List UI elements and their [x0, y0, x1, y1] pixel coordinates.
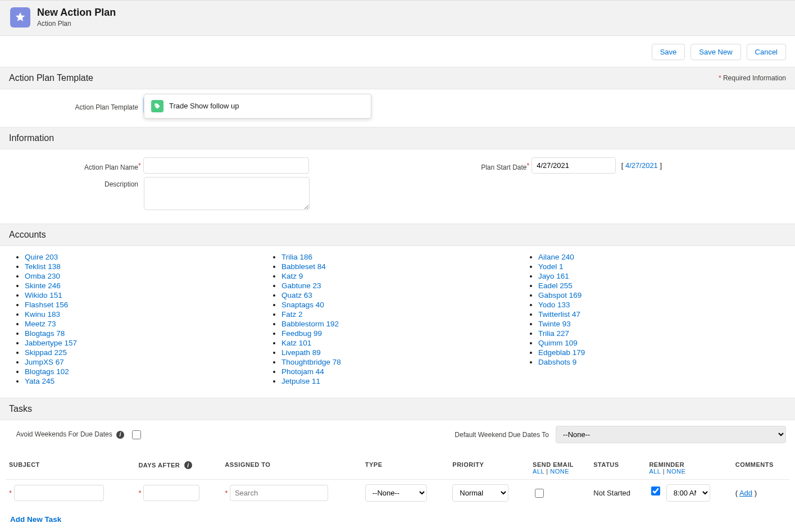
account-link[interactable]: Ailane 240 [538, 253, 574, 261]
save-new-button[interactable]: Save New [690, 44, 741, 60]
list-item: Skippad 225 [25, 348, 269, 357]
account-link[interactable]: Snaptags 40 [281, 301, 324, 309]
account-link[interactable]: Photojam 44 [281, 367, 324, 376]
account-link[interactable]: Blogtags 78 [25, 329, 65, 338]
task-send-email-checkbox[interactable] [535, 489, 544, 498]
list-item: Blogtags 78 [25, 329, 269, 338]
accounts-list: Quire 203Teklist 138Omba 230Skinte 246Wi… [0, 246, 795, 398]
required-mark: * [138, 162, 141, 170]
avoid-weekends-checkbox[interactable] [132, 430, 141, 439]
name-label: Action Plan Name [9, 160, 144, 171]
account-link[interactable]: Livepath 89 [281, 348, 321, 357]
list-item: Quire 203 [25, 253, 269, 261]
send-email-none[interactable]: NONE [550, 468, 569, 475]
list-item: Trilia 227 [538, 329, 783, 338]
account-link[interactable]: Yata 245 [25, 377, 54, 385]
task-assigned-to-input[interactable] [230, 485, 328, 501]
list-item: Babbleset 84 [281, 262, 526, 271]
account-link[interactable]: Eadel 255 [538, 281, 573, 290]
account-link[interactable]: Jayo 161 [538, 272, 569, 280]
task-type-select[interactable]: --None-- [365, 484, 427, 502]
account-link[interactable]: Gabtune 23 [281, 281, 321, 290]
account-link[interactable]: Fatz 2 [281, 310, 303, 319]
default-weekend-select[interactable]: --None-- [556, 426, 786, 443]
account-link[interactable]: Twinte 93 [538, 320, 571, 328]
account-link[interactable]: Trilia 186 [281, 253, 312, 261]
required-mark: * [527, 162, 530, 170]
reminder-all[interactable]: ALL [649, 468, 661, 475]
template-label: Action Plan Template [9, 100, 144, 111]
list-item: Jabbertype 157 [25, 339, 269, 347]
account-link[interactable]: Thoughtbridge 78 [281, 358, 341, 366]
task-priority-select[interactable]: Normal [452, 484, 508, 502]
account-link[interactable]: Edgeblab 179 [538, 348, 585, 357]
list-item: Blogtags 102 [25, 367, 269, 376]
account-link[interactable]: Feedbug 99 [281, 329, 322, 338]
task-reminder-time-select[interactable]: 8:00 AM [666, 484, 710, 502]
tasks-settings: Avoid Weekends For Due Dates i Default W… [0, 420, 795, 447]
account-link[interactable]: Quimm 109 [538, 339, 578, 347]
section-accounts: Accounts [0, 224, 795, 246]
account-link[interactable]: Babblestorm 192 [281, 320, 339, 328]
account-link[interactable]: Quire 203 [25, 253, 58, 261]
list-item: Photojam 44 [281, 367, 526, 376]
account-link[interactable]: Trilia 227 [538, 329, 569, 338]
info-icon[interactable]: i [116, 431, 124, 439]
list-item: Feedbug 99 [281, 329, 526, 338]
list-item: Omba 230 [25, 272, 269, 280]
today-date-hint: [ 4/27/2021 ] [619, 161, 662, 170]
list-item: Livepath 89 [281, 348, 526, 357]
task-subject-input[interactable] [14, 485, 104, 501]
page-subtitle: Action Plan [37, 20, 116, 28]
today-date-link[interactable]: 4/27/2021 [625, 161, 658, 170]
template-suggestion-item[interactable]: Trade Show follow up [144, 97, 371, 116]
account-link[interactable]: Flashset 156 [25, 301, 68, 309]
task-reminder-checkbox[interactable] [651, 486, 660, 495]
task-comments-add-link[interactable]: Add [739, 489, 752, 497]
info-icon[interactable]: i [184, 461, 192, 469]
account-link[interactable]: Gabspot 169 [538, 291, 582, 299]
list-item: Katz 101 [281, 339, 526, 347]
template-suggestion-icon [151, 100, 163, 112]
account-link[interactable]: Twitterlist 47 [538, 310, 580, 319]
action-plan-icon [10, 7, 30, 28]
add-new-task-link[interactable]: Add New Task [0, 506, 795, 532]
action-buttons: Save Save New Cancel [0, 36, 795, 60]
account-link[interactable]: Omba 230 [25, 272, 60, 280]
reminder-none[interactable]: NONE [667, 468, 686, 475]
description-textarea[interactable] [144, 177, 310, 210]
account-link[interactable]: Katz 101 [281, 339, 311, 347]
action-plan-name-input[interactable] [143, 157, 309, 174]
account-link[interactable]: Yodel 1 [538, 262, 564, 271]
template-form: Action Plan Template Trade Show follow u… [0, 89, 795, 127]
send-email-all[interactable]: ALL [533, 468, 544, 475]
account-link[interactable]: Babbleset 84 [281, 262, 326, 271]
section-information-title: Information [9, 133, 54, 143]
account-link[interactable]: Jetpulse 11 [281, 377, 320, 385]
account-link[interactable]: Skippad 225 [25, 348, 67, 357]
th-assigned-to: ASSIGNED TO [221, 457, 362, 480]
start-date-label: Plan Start Date [409, 160, 533, 171]
start-date-input[interactable] [531, 157, 616, 174]
account-link[interactable]: Yodo 133 [538, 301, 570, 309]
account-link[interactable]: Jabbertype 157 [25, 339, 77, 347]
list-item: Dabshots 9 [538, 358, 783, 366]
list-item: Gabspot 169 [538, 291, 783, 299]
account-link[interactable]: Skinte 246 [25, 281, 61, 290]
account-link[interactable]: Blogtags 102 [25, 367, 69, 376]
account-link[interactable]: Katz 9 [281, 272, 303, 280]
account-link[interactable]: Meetz 73 [25, 320, 56, 328]
account-link[interactable]: Kwinu 183 [25, 310, 60, 319]
task-days-after-input[interactable] [143, 485, 199, 501]
account-link[interactable]: Wikido 151 [25, 291, 62, 299]
th-priority: PRIORITY [449, 457, 529, 480]
cancel-button[interactable]: Cancel [747, 44, 786, 60]
save-button[interactable]: Save [652, 44, 685, 60]
account-link[interactable]: JumpXS 67 [25, 358, 64, 366]
list-item: Twitterlist 47 [538, 310, 783, 319]
list-item: Thoughtbridge 78 [281, 358, 526, 366]
account-link[interactable]: Teklist 138 [25, 262, 61, 271]
desc-label: Description [9, 177, 144, 188]
account-link[interactable]: Dabshots 9 [538, 358, 576, 366]
account-link[interactable]: Quatz 63 [281, 291, 312, 299]
